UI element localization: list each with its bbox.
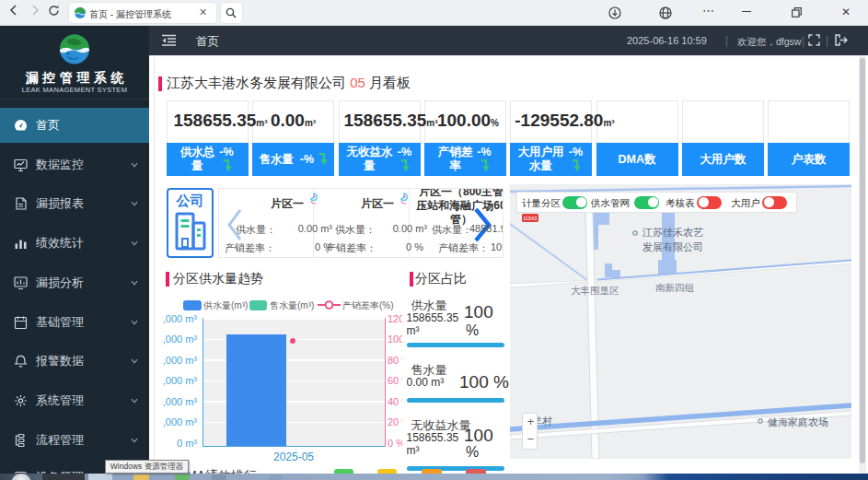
svg-text:G343: G343: [524, 216, 538, 221]
